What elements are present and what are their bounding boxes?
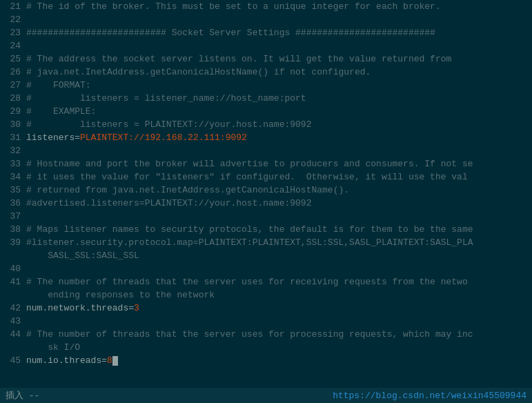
line-35: 35 # returned from java.net.InetAddress.…: [0, 184, 532, 197]
text-cursor: [112, 356, 118, 366]
line-content-23: ########################## Socket Server…: [26, 26, 532, 39]
line-36: 36 #advertised.listeners=PLAINTEXT://you…: [0, 197, 532, 210]
line-num-42: 42: [0, 302, 21, 315]
line-content-45: num.io.threads=8: [26, 354, 532, 367]
status-bar: 插入 -- https://blog.csdn.net/weixin455099…: [0, 388, 532, 403]
line-num-24: 24: [0, 39, 21, 52]
line-content-31: listeners=PLAINTEXT://192.168.22.111:909…: [26, 131, 532, 144]
line-num-28: 28: [0, 92, 21, 105]
line-41-cont: ending responses to the network: [0, 288, 532, 302]
line-num-41: 41: [0, 275, 21, 288]
code-area: 21 # The id of the broker. This must be …: [0, 0, 532, 367]
line-num-38: 38: [0, 223, 21, 236]
line-num-31: 31: [0, 131, 21, 144]
line-num-32: 32: [0, 144, 21, 157]
line-num-23: 23: [0, 26, 21, 39]
line-25: 25 # The address the socket server liste…: [0, 52, 532, 66]
line-num-27: 27: [0, 79, 21, 92]
line-num-22: 22: [0, 13, 21, 26]
line-32: 32: [0, 144, 532, 157]
line-21: 21 # The id of the broker. This must be …: [0, 0, 532, 13]
line-num-35: 35: [0, 184, 21, 197]
line-num-40: 40: [0, 262, 21, 275]
line-24: 24: [0, 39, 532, 52]
line-num-25: 25: [0, 52, 21, 66]
line-content-41-cont: ending responses to the network: [26, 288, 532, 302]
line-30: 30 # listeners = PLAINTEXT://your.host.n…: [0, 118, 532, 131]
line-22: 22: [0, 13, 532, 26]
line-39: 39 #listener.security.protocol.map=PLAIN…: [0, 236, 532, 249]
line-num-21: 21: [0, 0, 21, 13]
line-41: 41 # The number of threads that the serv…: [0, 275, 532, 288]
line-num-39: 39: [0, 236, 21, 249]
line-num-33: 33: [0, 157, 21, 170]
line-content-41: # The number of threads that the server …: [26, 275, 532, 288]
line-num-30: 30: [0, 118, 21, 131]
line-27: 27 # FORMAT:: [0, 79, 532, 92]
status-url: https://blog.csdn.net/weixin45509944: [333, 391, 526, 401]
line-39-cont: SASL_SSL:SASL_SSL: [0, 249, 532, 262]
line-num-29: 29: [0, 105, 21, 118]
line-content-27: # FORMAT:: [26, 79, 532, 92]
line-40: 40: [0, 262, 532, 275]
line-44-cont: sk I/O: [0, 341, 532, 354]
line-content-42: num.network.threads=3: [26, 302, 532, 315]
line-23: 23 ########################## Socket Ser…: [0, 26, 532, 39]
line-content-39-cont: SASL_SSL:SASL_SSL: [26, 249, 532, 262]
line-content-34: # it uses the value for "listeners" if c…: [26, 170, 532, 184]
line-29: 29 # EXAMPLE:: [0, 105, 532, 118]
status-mode: 插入 --: [6, 389, 39, 402]
line-31: 31 listeners=PLAINTEXT://192.168.22.111:…: [0, 131, 532, 144]
line-num-43: 43: [0, 315, 21, 328]
line-44: 44 # The number of threads that the serv…: [0, 328, 532, 341]
line-content-29: # EXAMPLE:: [26, 105, 532, 118]
line-33: 33 # Hostname and port the broker will a…: [0, 157, 532, 170]
line-content-28: # listeners = listener_name://host_name:…: [26, 92, 532, 105]
line-content-26: # java.net.InetAddress.getCanonicalHostN…: [26, 66, 532, 79]
line-content-21: # The id of the broker. This must be set…: [26, 0, 532, 13]
line-num-34: 34: [0, 170, 21, 184]
line-38: 38 # Maps listener names to security pro…: [0, 223, 532, 236]
line-28: 28 # listeners = listener_name://host_na…: [0, 92, 532, 105]
line-45: 45 num.io.threads=8: [0, 354, 532, 367]
line-26: 26 # java.net.InetAddress.getCanonicalHo…: [0, 66, 532, 79]
line-content-44: # The number of threads that the server …: [26, 328, 532, 341]
line-34: 34 # it uses the value for "listeners" i…: [0, 170, 532, 184]
line-num-37: 37: [0, 210, 21, 223]
line-content-44-cont: sk I/O: [26, 341, 532, 354]
line-content-38: # Maps listener names to security protoc…: [26, 223, 532, 236]
line-content-30: # listeners = PLAINTEXT://your.host.name…: [26, 118, 532, 131]
line-37: 37: [0, 210, 532, 223]
line-content-39: #listener.security.protocol.map=PLAINTEX…: [26, 236, 532, 249]
line-43: 43: [0, 315, 532, 328]
line-content-36: #advertised.listeners=PLAINTEXT://your.h…: [26, 197, 532, 210]
line-content-25: # The address the socket server listens …: [26, 52, 532, 66]
line-num-44: 44: [0, 328, 21, 341]
line-42: 42 num.network.threads=3: [0, 302, 532, 315]
line-num-26: 26: [0, 66, 21, 79]
line-num-45: 45: [0, 354, 21, 367]
line-content-35: # returned from java.net.InetAddress.get…: [26, 184, 532, 197]
line-num-36: 36: [0, 197, 21, 210]
editor-container: 21 # The id of the broker. This must be …: [0, 0, 532, 403]
line-content-33: # Hostname and port the broker will adve…: [26, 157, 532, 170]
